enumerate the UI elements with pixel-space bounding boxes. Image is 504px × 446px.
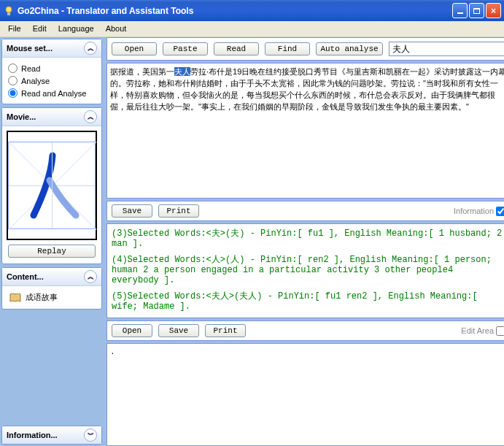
stroke-animation bbox=[7, 131, 97, 240]
content-item-label: 成语故事 bbox=[26, 292, 58, 303]
app-icon bbox=[3, 5, 15, 17]
read-button[interactable]: Read bbox=[214, 42, 259, 55]
auto-analyse-button[interactable]: Auto analyse bbox=[316, 42, 383, 55]
print-button[interactable]: Print bbox=[158, 204, 199, 218]
edit-toolbar: Open Save Print Edit Area bbox=[106, 320, 504, 341]
mouse-set-panel: Mouse set... ︽ Read Analyse Read and Ana… bbox=[1, 39, 102, 104]
editarea-toggle[interactable]: Edit Area bbox=[461, 326, 504, 336]
information-panel: Information... ︾ bbox=[1, 426, 102, 445]
window-title: Go2China - Translator and Assistant Tool… bbox=[18, 6, 452, 16]
info-line-3: (3)Selected Words:<夫>(夫) - PinYin:[ fu1 … bbox=[112, 228, 504, 249]
menu-about[interactable]: About bbox=[101, 23, 132, 35]
info-line-5: (5)Selected Words:<夫人>(夫人) - PinYin:[ fu… bbox=[112, 291, 504, 312]
minimize-button[interactable] bbox=[452, 3, 468, 18]
radio-read[interactable]: Read bbox=[8, 62, 96, 74]
radio-read-analyse[interactable]: Read and Analyse bbox=[8, 87, 96, 99]
info-toolbar: Save Print Information bbox=[106, 201, 504, 221]
maximize-button[interactable] bbox=[469, 3, 484, 18]
replay-button[interactable]: Replay bbox=[8, 245, 96, 258]
information-label: Information bbox=[454, 207, 494, 215]
open-button[interactable]: Open bbox=[112, 42, 157, 55]
menu-bar: File Edit Language About bbox=[0, 21, 504, 37]
edit-open-button[interactable]: Open bbox=[112, 324, 152, 337]
movie-title: Movie... bbox=[7, 112, 36, 121]
collapse-icon[interactable]: ︽ bbox=[84, 270, 97, 283]
radio-read-analyse-label: Read and Analyse bbox=[21, 89, 86, 98]
menu-file[interactable]: File bbox=[3, 23, 26, 35]
mouse-set-title: Mouse set... bbox=[7, 44, 53, 53]
content-panel: Content... ︽ 成语故事 bbox=[1, 267, 102, 309]
search-input[interactable] bbox=[389, 42, 504, 56]
content-title: Content... bbox=[7, 272, 44, 281]
book-icon bbox=[9, 293, 21, 302]
radio-analyse-label: Analyse bbox=[21, 77, 50, 85]
expand-icon[interactable]: ︾ bbox=[84, 428, 97, 442]
edit-save-button[interactable]: Save bbox=[158, 324, 199, 337]
text-highlight: 夫人 bbox=[174, 67, 190, 76]
paste-button[interactable]: Paste bbox=[163, 42, 208, 55]
information-pane[interactable]: (3)Selected Words:<夫>(夫) - PinYin:[ fu1 … bbox=[106, 223, 504, 318]
main-toolbar: Open Paste Read Find Auto analyse bbox=[106, 37, 504, 61]
find-button[interactable]: Find bbox=[265, 42, 310, 55]
save-button[interactable]: Save bbox=[112, 204, 152, 218]
info-line-4: (4)Selected Words:<人>(人) - PinYin:[ ren2… bbox=[112, 255, 504, 285]
character-ren-icon bbox=[9, 142, 96, 230]
radio-analyse[interactable]: Analyse bbox=[8, 74, 96, 87]
collapse-icon[interactable]: ︽ bbox=[84, 42, 97, 55]
information-title: Information... bbox=[7, 431, 58, 439]
main-text-pane[interactable]: 据报道，美国第一夫人劳拉·布什是19日晚在纽约接受脱口秀节目《与里吉斯和凯丽在一… bbox=[106, 63, 504, 199]
edit-area-pane[interactable]: . bbox=[106, 343, 504, 446]
menu-edit[interactable]: Edit bbox=[28, 23, 52, 35]
title-bar: Go2China - Translator and Assistant Tool… bbox=[0, 0, 504, 21]
edit-content: . bbox=[110, 347, 115, 356]
sidebar: Mouse set... ︽ Read Analyse Read and Ana… bbox=[0, 37, 104, 446]
editarea-label: Edit Area bbox=[461, 326, 494, 335]
content-item-chengyu[interactable]: 成语故事 bbox=[8, 291, 96, 304]
text-before: 据报道，美国第一 bbox=[110, 67, 174, 76]
collapse-icon[interactable]: ︽ bbox=[84, 110, 97, 123]
close-button[interactable]: × bbox=[486, 3, 501, 18]
menu-language[interactable]: Language bbox=[53, 23, 99, 35]
information-toggle[interactable]: Information bbox=[454, 207, 504, 216]
movie-panel: Movie... ︽ Replay bbox=[1, 107, 102, 264]
svg-rect-1 bbox=[7, 12, 10, 15]
edit-print-button[interactable]: Print bbox=[205, 324, 246, 337]
svg-point-0 bbox=[6, 7, 12, 12]
radio-read-label: Read bbox=[21, 64, 40, 73]
